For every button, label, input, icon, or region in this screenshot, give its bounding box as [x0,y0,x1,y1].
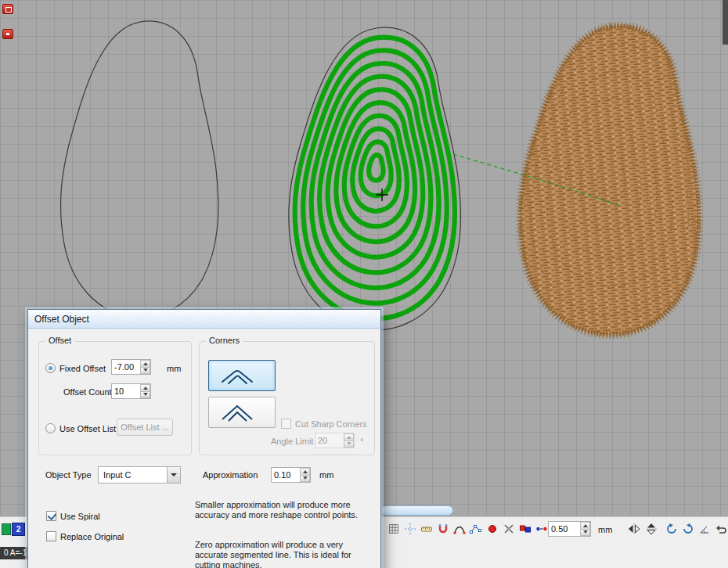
rotate-angle-icon[interactable] [697,521,712,537]
guides-icon[interactable] [402,521,418,537]
red-marker-icon-1[interactable] [2,4,13,14]
ruler-icon[interactable] [419,521,434,537]
rotate-cw-icon[interactable] [680,521,696,537]
grid-icon[interactable] [386,521,402,537]
spin-up-icon[interactable] [300,468,310,475]
dialog-titlebar[interactable]: Offset Object [28,310,380,329]
object-type-label: Object Type [45,470,92,480]
replace-original-checkbox[interactable] [46,531,56,541]
window-edge [723,0,728,45]
use-offset-list-radio[interactable] [45,423,56,433]
spin-down-icon[interactable] [580,529,590,537]
sequence-icon[interactable] [534,521,550,537]
stitch-width-spinner [548,521,591,537]
offset-list-button[interactable]: Offset List ... [117,419,173,436]
approximation-note-1: Smaller approximation will produce more … [195,500,377,520]
stop-point-icon[interactable] [485,521,500,537]
use-spiral-label: Use Spiral [60,512,100,522]
node-edit-icon[interactable] [468,521,484,537]
approximation-spinner [271,467,311,483]
offset-count-label: Offset Count [63,387,112,397]
red-marker-icon-2[interactable] [2,29,13,39]
approximation-label: Approximation [203,470,258,480]
approximation-input[interactable] [272,468,300,482]
cut-sharp-corners-checkbox[interactable] [281,419,291,429]
spin-down-icon[interactable] [140,391,150,399]
approximation-note-2: Zero approximation will produce a very a… [195,540,377,568]
palette-index-badge[interactable]: 2 [12,523,25,536]
fixed-offset-label: Fixed Offset [59,364,106,374]
fixed-offset-input[interactable] [112,360,140,374]
spin-down-icon[interactable] [140,367,150,375]
horizontal-scrollbar-thumb[interactable] [381,505,453,516]
sharp-corner-offset-button[interactable] [208,397,276,428]
rounded-corner-offset-icon [216,365,268,386]
offset-spiral-shape[interactable] [289,27,461,330]
curve-icon[interactable] [452,521,467,537]
spin-up-icon[interactable] [140,360,150,367]
color-change-icon[interactable] [517,521,533,537]
angle-limit-input[interactable] [315,433,344,448]
use-spiral-checkbox[interactable] [46,511,56,521]
spin-up-icon[interactable] [140,384,150,391]
angle-limit-label: Angle Limit [271,437,313,447]
mirror-horizontal-icon[interactable] [626,521,642,537]
mirror-vertical-icon[interactable] [643,521,659,537]
outline-shape[interactable] [61,21,218,318]
undo-icon[interactable] [713,521,728,537]
angle-limit-spinner [315,433,355,448]
stitched-shape[interactable] [520,26,698,334]
rounded-corner-offset-button[interactable] [208,360,276,391]
stitch-width-input[interactable] [549,522,580,536]
object-type-value: Input C [99,470,167,480]
approximation-unit: mm [319,470,333,480]
spin-up-icon[interactable] [344,433,354,440]
offset-count-spinner [111,383,151,399]
chevron-down-icon[interactable] [167,467,180,483]
stitch-width-unit: mm [598,525,612,534]
object-type-dropdown[interactable]: Input C [98,466,181,484]
replace-original-label: Replace Original [60,532,124,542]
angle-limit-unit: ° [360,437,363,447]
offset-object-dialog: Offset Object Offset Corners Fixed Offse… [27,309,381,568]
dialog-title: Offset Object [34,314,89,325]
spin-down-icon[interactable] [344,440,354,448]
offset-count-input[interactable] [112,384,140,398]
spin-up-icon[interactable] [580,522,590,529]
thread-color-swatch[interactable] [2,523,11,535]
trim-icon[interactable] [501,521,517,537]
snap-icon[interactable] [435,521,451,537]
use-offset-list-label: Use Offset List [59,424,116,434]
sharp-corner-offset-icon [216,401,268,423]
spin-down-icon[interactable] [300,475,310,483]
fixed-offset-unit: mm [167,364,181,374]
corners-group-label: Corners [206,336,243,345]
fixed-offset-radio[interactable] [45,363,56,373]
cut-sharp-corners-label: Cut Sharp Corners [295,419,367,430]
rotate-ccw-icon[interactable] [664,521,679,537]
fixed-offset-spinner [111,359,151,375]
offset-group-label: Offset [45,336,74,345]
